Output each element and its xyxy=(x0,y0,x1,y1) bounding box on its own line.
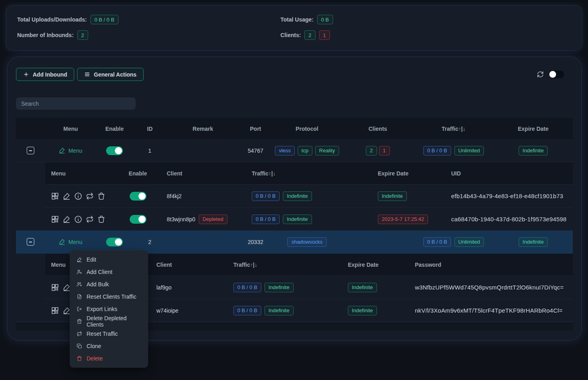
context-menu-add-client[interactable]: Add Client xyxy=(70,266,148,278)
collapse-row-button[interactable] xyxy=(27,147,34,154)
inbound-port: 54767 xyxy=(239,148,272,154)
client-password: w3NfbzUPf5WWd745Q8pvsmQrdrttT2lO6knuI7Di… xyxy=(415,284,564,291)
qr-code-icon[interactable] xyxy=(51,307,59,315)
inbound-id: 1 xyxy=(133,148,167,154)
expire-tag: Indefinite xyxy=(519,237,548,247)
inbound-port: 20332 xyxy=(239,239,272,245)
qr-code-icon[interactable] xyxy=(51,215,59,223)
context-menu-label: Add Bulk xyxy=(87,281,109,287)
expire-tag: 2023-5-7 17:25:42 xyxy=(378,215,428,224)
edit-pencil-icon[interactable] xyxy=(63,284,71,291)
info-icon[interactable] xyxy=(74,192,82,200)
stat-clients: Clients: 2 1 xyxy=(280,30,333,40)
header-traffic-sort[interactable]: Traffic↑|↓ xyxy=(223,262,320,268)
row-menu-label: Menu xyxy=(68,148,82,154)
inbounds-table-header: Menu Enable ID Remark Port Protocol Clie… xyxy=(16,118,573,139)
context-menu-label: Reset Clients Traffic xyxy=(87,293,136,300)
clone-icon xyxy=(77,343,82,349)
traffic-limit-tag: Indefinite xyxy=(264,283,294,292)
context-menu-delete-depleted-clients[interactable]: Delete Depleted Clients xyxy=(70,315,148,327)
context-menu-reset-clients-traffic[interactable]: Reset Clients Traffic xyxy=(70,290,148,303)
client-table-header: Menu Enable Client Traffic↑|↓ Expire Dat… xyxy=(45,162,573,184)
client-name: laf9go xyxy=(147,284,223,291)
dark-mode-toggle[interactable] xyxy=(549,71,564,78)
traffic-tag: 0 B / 0 B xyxy=(252,191,280,201)
header-expire-date: Expire Date xyxy=(358,170,442,177)
collapse-row-button[interactable] xyxy=(27,238,34,246)
client-enable-toggle[interactable] xyxy=(130,215,146,224)
inbound-enable-toggle[interactable] xyxy=(106,238,123,246)
client-row[interactable]: 8f4kj2 0 B / 0 B Indefinite Indefinite e… xyxy=(45,184,573,207)
toolbar-right xyxy=(537,71,573,78)
trash-minus-icon xyxy=(77,319,82,324)
search-input[interactable] xyxy=(16,97,136,110)
traffic-tag: 0 B / 0 B xyxy=(423,146,451,156)
client-table-vless: Menu Enable Client Traffic↑|↓ Expire Dat… xyxy=(45,162,573,230)
context-menu-label: Clone xyxy=(87,343,101,349)
trash-icon[interactable] xyxy=(97,215,105,223)
header-traffic-sort[interactable]: Traffic↑|↓ xyxy=(241,170,358,177)
info-icon[interactable] xyxy=(74,215,82,223)
client-row[interactable]: 8t3wjnn8p0 Depleted 0 B / 0 B Indefinite… xyxy=(45,207,573,230)
context-menu-label: Add Client xyxy=(87,269,112,275)
clients-depleted-tag: 1 xyxy=(379,146,390,156)
total-uploads-downloads-label: Total Uploads/Downloads: xyxy=(17,16,87,23)
menu-lines-icon xyxy=(84,71,90,77)
header-expire-date: Expire Date xyxy=(493,126,573,132)
stat-total-uploads-downloads: Total Uploads/Downloads: 0 B / 0 B xyxy=(17,14,280,25)
total-uploads-downloads-value: 0 B / 0 B xyxy=(91,15,118,24)
header-port: Port xyxy=(239,126,272,132)
inbound-enable-toggle[interactable] xyxy=(106,146,123,155)
toggle-knob xyxy=(138,216,146,223)
client-actions xyxy=(45,215,121,223)
client-uid: ca68470b-1940-437d-802b-1f9573e94598 xyxy=(451,216,566,222)
row-menu-link[interactable]: Menu xyxy=(59,147,82,154)
clients-label: Clients: xyxy=(280,32,301,38)
edit-pencil-icon[interactable] xyxy=(63,215,71,223)
reset-traffic-icon xyxy=(77,331,82,337)
context-menu-add-bulk[interactable]: Add Bulk xyxy=(70,278,148,290)
refresh-icon[interactable] xyxy=(537,71,544,78)
edit-pencil-icon[interactable] xyxy=(63,192,71,200)
trash-icon[interactable] xyxy=(97,192,105,200)
inbound-row-1[interactable]: Menu 1 54767 vless tcp Reality 2 1 0 B /… xyxy=(16,139,573,162)
toggle-knob xyxy=(138,193,146,200)
traffic-limit-tag: Indefinite xyxy=(264,306,294,315)
header-protocol: Protocol xyxy=(272,126,342,132)
header-enable: Enable xyxy=(121,170,155,177)
reset-traffic-icon[interactable] xyxy=(86,192,94,200)
qr-code-icon[interactable] xyxy=(51,192,59,200)
context-menu-export-links[interactable]: Export Links xyxy=(70,303,148,315)
reset-traffic-icon[interactable] xyxy=(86,215,94,223)
header-clients: Clients xyxy=(342,126,414,132)
users-plus-icon xyxy=(77,282,82,287)
context-menu-delete[interactable]: Delete xyxy=(70,352,148,364)
client-enable-toggle[interactable] xyxy=(130,192,146,201)
protocol-tag-vless: vless xyxy=(275,146,295,156)
qr-code-icon[interactable] xyxy=(51,284,59,291)
header-menu: Menu xyxy=(45,170,121,177)
context-menu-label: Edit xyxy=(87,256,96,263)
toggle-knob xyxy=(115,238,122,246)
header-traffic-sort[interactable]: Traffic↑|↓ xyxy=(414,126,493,132)
context-menu-clone[interactable]: Clone xyxy=(70,340,148,352)
context-menu-edit[interactable]: Edit xyxy=(70,253,148,266)
export-icon xyxy=(77,306,82,312)
header-menu: Menu xyxy=(45,126,96,132)
header-expire-date: Expire Date xyxy=(320,262,404,268)
stats-left-column: Total Uploads/Downloads: 0 B / 0 B Numbe… xyxy=(17,14,280,41)
traffic-tag: 0 B / 0 B xyxy=(233,306,261,315)
context-menu-label: Reset Traffic xyxy=(87,331,118,337)
expire-tag: Indefinite xyxy=(348,306,377,315)
context-menu-reset-traffic[interactable]: Reset Traffic xyxy=(70,327,148,340)
inbound-id: 2 xyxy=(133,239,167,245)
expire-tag: Indefinite xyxy=(519,146,548,156)
add-inbound-button[interactable]: Add Inbound xyxy=(16,68,74,81)
general-actions-button[interactable]: General Actions xyxy=(77,68,144,81)
user-plus-icon xyxy=(77,269,82,275)
expire-tag: Indefinite xyxy=(378,191,407,201)
edit-pencil-icon[interactable] xyxy=(63,307,71,315)
row-menu-link[interactable]: Menu xyxy=(59,238,82,245)
general-actions-label: General Actions xyxy=(94,71,136,78)
traffic-limit-tag: Indefinite xyxy=(283,191,312,201)
